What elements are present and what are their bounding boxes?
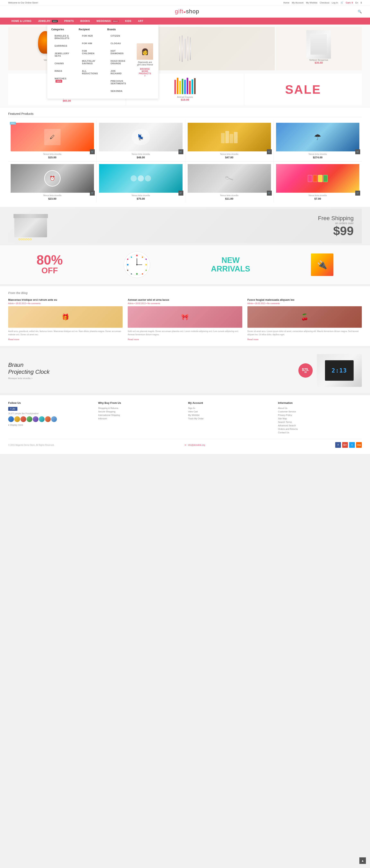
nav-home-living[interactable]: Home & Living — [8, 18, 35, 25]
brand-hot-diamonds[interactable]: Hot Diamonds — [107, 48, 129, 57]
search-button[interactable]: 🔍 — [358, 10, 362, 13]
footer-site-map[interactable]: Site Map — [278, 417, 362, 420]
product-image-8: Quick view — [276, 164, 359, 193]
blog-post-3-image: 🍒 — [247, 306, 362, 328]
cat-sets[interactable]: Jewellery Sets — [51, 50, 73, 59]
cat-bangles[interactable]: Bangles & Bracelets — [51, 33, 73, 41]
footer-search-terms[interactable]: Search Terms — [278, 421, 362, 423]
nav-weddings[interactable]: Weddings Sale — [93, 18, 122, 25]
email-link[interactable]: info@demolink.org — [188, 444, 205, 446]
product-image-4: Quick view ☂ — [276, 123, 359, 151]
footer-view-cart[interactable]: View Cart — [188, 410, 272, 413]
blog-post-1-readmore[interactable]: Read more — [8, 338, 19, 341]
cat-rings[interactable]: Rings — [51, 68, 73, 74]
avatar-8 — [51, 416, 57, 422]
footer-about-us[interactable]: About Us — [278, 407, 362, 409]
blog-post-3-readmore[interactable]: Read more — [247, 338, 258, 341]
nav-prints[interactable]: Prints — [61, 18, 77, 25]
product-price-1: $15.00 — [11, 156, 94, 159]
brand-clogau[interactable]: Clogau — [107, 40, 129, 46]
cat-earrings[interactable]: Earrings — [51, 42, 73, 49]
add-to-cart-8[interactable]: 🛒 — [355, 191, 360, 195]
product-promo-section: Braun Projecting Clock Moraque lerta vir… — [0, 348, 370, 393]
add-to-cart-5[interactable]: 🛒 — [90, 191, 95, 195]
footer-follow: Follow Us f Like 36,671 people like Prou… — [8, 401, 92, 435]
product-image-6: Quick view — [99, 164, 182, 193]
cart-label[interactable]: Cart: 0 — [346, 1, 353, 4]
footer-contact-us[interactable]: Contact Us — [278, 431, 362, 434]
brand-hugo-boss[interactable]: Hugo Boss Orange — [107, 58, 129, 67]
blog-post-2-readmore[interactable]: Read more — [128, 338, 139, 341]
footer-shopping-returns[interactable]: Shopping & Returns — [98, 407, 182, 409]
brand-sekonda[interactable]: Sekonda — [107, 88, 129, 94]
nav-my-wishlist[interactable]: My Wishlist — [306, 1, 317, 4]
footer-secure-shopping[interactable]: Secure Shopping — [98, 410, 182, 413]
nav-books[interactable]: Books — [77, 18, 93, 25]
dropdown-brands-title: Brands — [107, 28, 129, 31]
nav-jewelry[interactable]: Jewelry New — [35, 18, 61, 25]
footer-grid: Follow Us f Like 36,671 people like Prou… — [8, 401, 362, 435]
footer-advanced-search[interactable]: Advanced Search — [278, 424, 362, 427]
footer-inforoom[interactable]: Inforoom — [98, 417, 182, 420]
blog-post-1: Maecenas tristique orci rutrum ante eu A… — [8, 298, 123, 341]
rec-children[interactable]: For Children — [79, 48, 101, 57]
svg-point-18 — [127, 258, 128, 260]
dropdown-categories-title: Categories — [51, 28, 73, 31]
product-name-8: Nexus lerta viroedia — [276, 194, 359, 196]
promo-off: OFF — [37, 266, 63, 275]
brand-citizen[interactable]: Citizen — [107, 33, 129, 39]
cat-watches[interactable]: Watches -25% — [51, 75, 73, 84]
footer-customer-service[interactable]: Customer Service — [278, 410, 362, 413]
clock-banner-price: $65.00 — [63, 99, 71, 102]
social-facebook[interactable]: f — [335, 442, 341, 448]
add-to-cart-2[interactable]: 🛒 — [179, 149, 183, 154]
fb-icon: f — [10, 408, 11, 410]
blog-post-3-title: Fusce feugiat malesuada aliquam leo — [247, 298, 362, 301]
rec-reductions[interactable]: All Reductions — [79, 68, 101, 77]
add-to-cart-1[interactable]: 🛒 — [90, 149, 95, 154]
nav-art[interactable]: Art — [135, 18, 147, 25]
currency-selector[interactable]: $ — [361, 1, 362, 4]
footer-my-wishlist[interactable]: My Wishlist — [188, 414, 272, 416]
fb-badge: f Like — [8, 407, 18, 411]
footer-track-order[interactable]: Track My Order — [188, 417, 272, 420]
product-promo-link[interactable]: Moraque lerta viroedia > — [8, 377, 294, 379]
social-rss[interactable]: rss — [356, 442, 362, 448]
add-to-cart-6[interactable]: 🛒 — [179, 191, 183, 195]
nav-log-in[interactable]: Log In — [332, 1, 338, 4]
nav-checkout[interactable]: Checkout — [320, 1, 329, 4]
brand-precious[interactable]: Precious Sentiments — [107, 78, 129, 87]
promo-clock — [124, 251, 150, 278]
logo-shop: shop — [186, 8, 199, 14]
nav-weddings-label: Weddings — [96, 20, 111, 23]
footer-orders-returns[interactable]: Orders and Returns — [278, 428, 362, 430]
fb-display-link[interactable]: ♦ Display more — [8, 424, 92, 426]
fb-like[interactable]: Like — [12, 408, 16, 410]
add-to-cart-7[interactable]: 🛒 — [267, 191, 272, 195]
svg-point-22 — [146, 270, 147, 271]
copyright: © 2015 Magento Demo Store. All Rights Re… — [8, 444, 55, 446]
social-icons: f G+ t rss — [335, 442, 362, 448]
hero-right-name: Nettpse Bergamsa — [309, 59, 328, 61]
cat-chains[interactable]: Chains — [51, 60, 73, 67]
new-tag: NEW — [10, 122, 16, 125]
nav-home[interactable]: Home — [283, 1, 289, 4]
top-bar-nav: Home My Account My Wishlist Checkout Log… — [283, 1, 362, 4]
brand-jon-richard[interactable]: Jon Richard — [107, 68, 129, 77]
nav-kids[interactable]: Kids — [122, 18, 135, 25]
promo-link[interactable]: browse more products > — [135, 66, 154, 79]
footer-privacy-policy[interactable]: Privacy Policy — [278, 414, 362, 416]
rec-multibuy[interactable]: MultiSlay Savings — [79, 58, 101, 67]
nav-my-account[interactable]: My Account — [292, 1, 304, 4]
product-price-8: $7.00 — [276, 197, 359, 200]
social-gplus[interactable]: G+ — [342, 442, 348, 448]
rec-her[interactable]: For Her — [79, 33, 101, 39]
add-to-cart-3[interactable]: 🛒 — [267, 149, 272, 154]
footer-sign-in[interactable]: Sign In — [188, 407, 272, 409]
social-twitter[interactable]: t — [349, 442, 355, 448]
lang-selector[interactable]: En — [355, 1, 358, 4]
product-card-7: Quick view 🥄 Nexus lerta viroedia $11.00… — [185, 162, 273, 203]
add-to-cart-4[interactable]: 🛒 — [355, 149, 360, 154]
footer-international-shipping[interactable]: International Shipping — [98, 414, 182, 416]
rec-him[interactable]: For Him — [79, 40, 101, 46]
